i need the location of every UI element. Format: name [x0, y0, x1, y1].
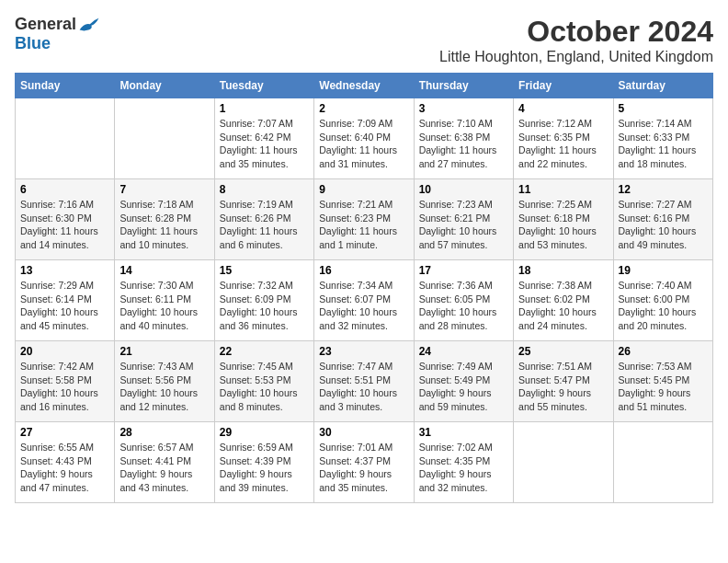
calendar-cell: [613, 422, 712, 503]
calendar-table: SundayMondayTuesdayWednesdayThursdayFrid…: [15, 73, 713, 503]
day-number: 1: [220, 102, 309, 115]
day-number: 15: [220, 264, 309, 277]
logo-bird-icon: [78, 17, 100, 33]
day-detail: Sunrise: 7:53 AM Sunset: 5:45 PM Dayligh…: [619, 360, 708, 414]
day-detail: Sunrise: 7:34 AM Sunset: 6:07 PM Dayligh…: [319, 279, 408, 333]
calendar-week-row: 20Sunrise: 7:42 AM Sunset: 5:58 PM Dayli…: [16, 341, 713, 422]
calendar-day-header: Saturday: [613, 74, 712, 98]
day-number: 2: [319, 102, 408, 115]
day-number: 31: [419, 426, 508, 439]
day-number: 7: [119, 183, 209, 196]
calendar-cell: 1Sunrise: 7:07 AM Sunset: 6:42 PM Daylig…: [214, 98, 313, 179]
day-detail: Sunrise: 7:42 AM Sunset: 5:58 PM Dayligh…: [20, 360, 109, 414]
day-number: 10: [419, 183, 508, 196]
day-detail: Sunrise: 6:59 AM Sunset: 4:39 PM Dayligh…: [220, 441, 309, 495]
day-number: 16: [319, 264, 408, 277]
calendar-week-row: 6Sunrise: 7:16 AM Sunset: 6:30 PM Daylig…: [16, 179, 713, 260]
day-detail: Sunrise: 7:09 AM Sunset: 6:40 PM Dayligh…: [319, 117, 408, 171]
day-number: 26: [619, 345, 708, 358]
day-number: 25: [518, 345, 608, 358]
day-number: 24: [419, 345, 508, 358]
day-detail: Sunrise: 7:10 AM Sunset: 6:38 PM Dayligh…: [419, 117, 508, 171]
calendar-cell: 19Sunrise: 7:40 AM Sunset: 6:00 PM Dayli…: [613, 260, 712, 341]
day-detail: Sunrise: 7:23 AM Sunset: 6:21 PM Dayligh…: [419, 198, 508, 252]
calendar-cell: 6Sunrise: 7:16 AM Sunset: 6:30 PM Daylig…: [16, 179, 115, 260]
calendar-cell: 25Sunrise: 7:51 AM Sunset: 5:47 PM Dayli…: [514, 341, 613, 422]
calendar-week-row: 13Sunrise: 7:29 AM Sunset: 6:14 PM Dayli…: [16, 260, 713, 341]
calendar-cell: 26Sunrise: 7:53 AM Sunset: 5:45 PM Dayli…: [613, 341, 712, 422]
calendar-cell: 27Sunrise: 6:55 AM Sunset: 4:43 PM Dayli…: [16, 422, 115, 503]
day-detail: Sunrise: 7:27 AM Sunset: 6:16 PM Dayligh…: [619, 198, 708, 252]
day-detail: Sunrise: 7:38 AM Sunset: 6:02 PM Dayligh…: [518, 279, 608, 333]
day-detail: Sunrise: 7:16 AM Sunset: 6:30 PM Dayligh…: [20, 198, 109, 252]
calendar-cell: 3Sunrise: 7:10 AM Sunset: 6:38 PM Daylig…: [414, 98, 513, 179]
calendar-cell: 31Sunrise: 7:02 AM Sunset: 4:35 PM Dayli…: [414, 422, 513, 503]
calendar-cell: 15Sunrise: 7:32 AM Sunset: 6:09 PM Dayli…: [214, 260, 313, 341]
day-number: 30: [319, 426, 408, 439]
day-detail: Sunrise: 7:12 AM Sunset: 6:35 PM Dayligh…: [518, 117, 608, 171]
day-detail: Sunrise: 7:51 AM Sunset: 5:47 PM Dayligh…: [518, 360, 608, 414]
title-area: October 2024 Little Houghton, England, U…: [439, 15, 713, 65]
calendar-cell: 11Sunrise: 7:25 AM Sunset: 6:18 PM Dayli…: [514, 179, 613, 260]
calendar-cell: 17Sunrise: 7:36 AM Sunset: 6:05 PM Dayli…: [414, 260, 513, 341]
calendar-cell: 10Sunrise: 7:23 AM Sunset: 6:21 PM Dayli…: [414, 179, 513, 260]
calendar-cell: 8Sunrise: 7:19 AM Sunset: 6:26 PM Daylig…: [214, 179, 313, 260]
calendar-cell: 21Sunrise: 7:43 AM Sunset: 5:56 PM Dayli…: [115, 341, 214, 422]
day-number: 29: [220, 426, 309, 439]
calendar-cell: 23Sunrise: 7:47 AM Sunset: 5:51 PM Dayli…: [314, 341, 414, 422]
day-number: 21: [119, 345, 209, 358]
day-detail: Sunrise: 7:29 AM Sunset: 6:14 PM Dayligh…: [20, 279, 109, 333]
day-number: 12: [619, 183, 708, 196]
day-number: 11: [518, 183, 608, 196]
calendar-body: 1Sunrise: 7:07 AM Sunset: 6:42 PM Daylig…: [16, 98, 713, 503]
day-detail: Sunrise: 7:40 AM Sunset: 6:00 PM Dayligh…: [619, 279, 708, 333]
calendar-cell: 16Sunrise: 7:34 AM Sunset: 6:07 PM Dayli…: [314, 260, 414, 341]
calendar-week-row: 1Sunrise: 7:07 AM Sunset: 6:42 PM Daylig…: [16, 98, 713, 179]
day-number: 27: [20, 426, 109, 439]
day-detail: Sunrise: 7:47 AM Sunset: 5:51 PM Dayligh…: [319, 360, 408, 414]
day-detail: Sunrise: 7:45 AM Sunset: 5:53 PM Dayligh…: [220, 360, 309, 414]
calendar-cell: 28Sunrise: 6:57 AM Sunset: 4:41 PM Dayli…: [115, 422, 214, 503]
day-number: 22: [220, 345, 309, 358]
day-detail: Sunrise: 7:30 AM Sunset: 6:11 PM Dayligh…: [119, 279, 209, 333]
calendar-day-header: Thursday: [414, 74, 513, 98]
page-header: General Blue October 2024 Little Houghto…: [15, 15, 713, 65]
logo-general-text: General: [15, 15, 76, 34]
day-number: 13: [20, 264, 109, 277]
calendar-day-header: Sunday: [16, 74, 115, 98]
day-detail: Sunrise: 7:49 AM Sunset: 5:49 PM Dayligh…: [419, 360, 508, 414]
calendar-cell: 30Sunrise: 7:01 AM Sunset: 4:37 PM Dayli…: [314, 422, 414, 503]
day-detail: Sunrise: 7:02 AM Sunset: 4:35 PM Dayligh…: [419, 441, 508, 495]
calendar-cell: 22Sunrise: 7:45 AM Sunset: 5:53 PM Dayli…: [214, 341, 313, 422]
day-detail: Sunrise: 7:18 AM Sunset: 6:28 PM Dayligh…: [119, 198, 209, 252]
calendar-cell: 5Sunrise: 7:14 AM Sunset: 6:33 PM Daylig…: [613, 98, 712, 179]
calendar-cell: 13Sunrise: 7:29 AM Sunset: 6:14 PM Dayli…: [16, 260, 115, 341]
day-number: 18: [518, 264, 608, 277]
calendar-header-row: SundayMondayTuesdayWednesdayThursdayFrid…: [16, 74, 713, 98]
day-detail: Sunrise: 7:14 AM Sunset: 6:33 PM Dayligh…: [619, 117, 708, 171]
day-number: 28: [119, 426, 209, 439]
calendar-week-row: 27Sunrise: 6:55 AM Sunset: 4:43 PM Dayli…: [16, 422, 713, 503]
calendar-cell: 9Sunrise: 7:21 AM Sunset: 6:23 PM Daylig…: [314, 179, 414, 260]
day-number: 17: [419, 264, 508, 277]
day-detail: Sunrise: 6:57 AM Sunset: 4:41 PM Dayligh…: [119, 441, 209, 495]
day-number: 23: [319, 345, 408, 358]
calendar-cell: [514, 422, 613, 503]
day-number: 3: [419, 102, 508, 115]
day-detail: Sunrise: 7:25 AM Sunset: 6:18 PM Dayligh…: [518, 198, 608, 252]
day-number: 14: [119, 264, 209, 277]
calendar-cell: 14Sunrise: 7:30 AM Sunset: 6:11 PM Dayli…: [115, 260, 214, 341]
day-number: 20: [20, 345, 109, 358]
day-detail: Sunrise: 7:07 AM Sunset: 6:42 PM Dayligh…: [220, 117, 309, 171]
location-title: Little Houghton, England, United Kingdom: [439, 49, 713, 65]
calendar-cell: 12Sunrise: 7:27 AM Sunset: 6:16 PM Dayli…: [613, 179, 712, 260]
day-number: 9: [319, 183, 408, 196]
logo: General Blue: [15, 15, 100, 53]
calendar-cell: 20Sunrise: 7:42 AM Sunset: 5:58 PM Dayli…: [16, 341, 115, 422]
day-number: 4: [518, 102, 608, 115]
day-number: 8: [220, 183, 309, 196]
calendar-day-header: Tuesday: [214, 74, 313, 98]
calendar-cell: 24Sunrise: 7:49 AM Sunset: 5:49 PM Dayli…: [414, 341, 513, 422]
calendar-cell: 7Sunrise: 7:18 AM Sunset: 6:28 PM Daylig…: [115, 179, 214, 260]
calendar-day-header: Wednesday: [314, 74, 414, 98]
